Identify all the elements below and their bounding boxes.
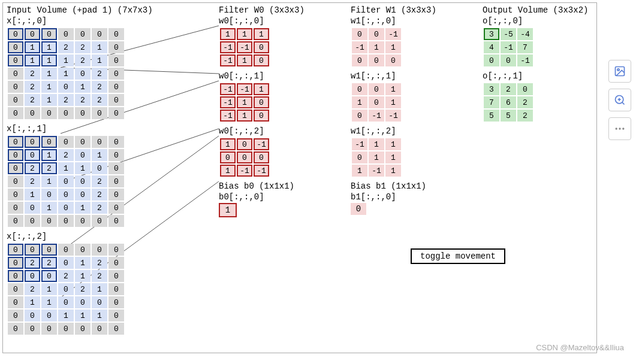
input-cell: 2 [92,94,107,106]
label-o1: o[:,:,1] [483,71,602,81]
zoom-in-icon[interactable] [608,89,631,111]
input-cell: 1 [25,41,40,53]
input-cell: 0 [8,28,23,40]
output-cell: -4 [517,28,533,40]
filter-cell: 1 [220,165,236,177]
input-cell: 0 [58,283,74,295]
input-cell: 0 [108,149,124,161]
output-cell: 5 [484,110,499,122]
input-cell: 0 [58,107,74,119]
input-cell: 1 [92,283,107,295]
output-cell: 4 [484,41,499,53]
filter-cell: 0 [352,151,367,163]
input-cell: 2 [92,202,107,214]
input-cell: 1 [75,257,91,269]
watermark-text: CSDN @Mazeltov&&Iliua [536,343,624,352]
filter-cell: 0 [352,28,367,40]
input-cell: 0 [58,257,74,269]
input-cell: 0 [108,175,124,187]
input-cell: 0 [75,136,91,148]
input-cell: 2 [41,162,57,174]
input-cell: 0 [25,215,40,227]
input-cell: 0 [8,296,23,308]
input-grid-x2: 0000000022012000021200210210011000000011… [7,242,125,336]
label-w12: w1[:,:,2] [351,126,471,136]
input-cell: 1 [41,81,57,93]
input-cell: 0 [58,202,74,214]
input-cell: 1 [25,54,40,66]
input-cell: 0 [108,162,124,174]
input-grid-x1: 0000000001201002211000210020010002000101… [7,135,125,228]
input-cell: 0 [25,323,40,335]
filter-cell: 1 [385,151,401,163]
bias-b1-header: Bias b1 (1x1x1) [351,181,471,191]
filter-cell: 0 [385,54,401,66]
filter-cell: -1 [352,41,367,53]
output-column: Output Volume (3x3x2) o[:,:,0] 3-5-44-17… [483,5,602,126]
input-cell: 1 [92,41,107,53]
input-cell: 0 [108,41,124,53]
input-cell: 0 [41,310,57,321]
input-cell: 2 [92,189,107,201]
output-cell: -5 [501,28,516,40]
input-cell: 1 [41,202,57,214]
svg-point-14 [622,128,624,129]
w0-header: Filter W0 (3x3x3) [219,5,339,15]
input-cell: 1 [41,175,57,187]
input-cell: 1 [25,189,40,201]
output-header: Output Volume (3x3x2) [483,5,602,15]
input-cell: 0 [92,28,107,40]
filter-cell: 1 [385,96,401,108]
input-cell: 0 [8,202,23,214]
filter-cell: 0 [369,54,384,66]
output-cell: 6 [501,96,516,108]
output-cell: 3 [484,83,499,95]
input-cell: 1 [41,68,57,80]
toggle-movement-button[interactable]: toggle movement [411,248,505,264]
label-w10: w1[:,:,0] [351,16,471,26]
input-cell: 0 [108,215,124,227]
input-cell: 0 [108,296,124,308]
input-cell: 1 [25,296,40,308]
input-cell: 0 [58,215,74,227]
input-cell: 2 [58,41,74,53]
input-cell: 0 [108,244,124,256]
input-cell: 0 [75,107,91,119]
input-cell: 2 [75,283,91,295]
input-cell: 0 [41,28,57,40]
svg-point-12 [616,128,617,129]
more-icon[interactable] [608,117,631,140]
input-cell: 1 [41,94,57,106]
input-cell: 0 [8,215,23,227]
input-cell: 0 [8,162,23,174]
input-cell: 0 [108,310,124,321]
input-cell: 0 [41,323,57,335]
input-cell: 0 [92,107,107,119]
input-cell: 0 [108,81,124,93]
filter-cell: 1 [385,138,401,150]
input-cell: 0 [58,136,74,148]
input-cell: 0 [92,215,107,227]
label-w01: w0[:,:,1] [219,71,339,81]
input-cell: 0 [41,244,57,256]
input-cell: 1 [41,296,57,308]
input-cell: 0 [75,28,91,40]
input-cell: 0 [8,54,23,66]
label-x0: x[:,:,0] [7,16,210,26]
filter-cell: 0 [369,28,384,40]
input-cell: 1 [41,41,57,53]
input-cell: 0 [8,136,23,148]
filter-cell: -1 [220,83,236,95]
output-grid-0: 3-5-44-1700-1 [483,27,534,68]
filter-cell: 0 [352,54,367,66]
input-cell: 1 [75,81,91,93]
input-cell: 2 [41,257,57,269]
input-cell: 1 [41,283,57,295]
filter-cell: 0 [237,151,252,163]
input-cell: 0 [75,68,91,80]
input-cell: 2 [75,54,91,66]
input-cell: 0 [41,189,57,201]
filter-cell: -1 [385,110,401,122]
image-tool-icon[interactable] [608,60,631,83]
input-cell: 1 [58,162,74,174]
